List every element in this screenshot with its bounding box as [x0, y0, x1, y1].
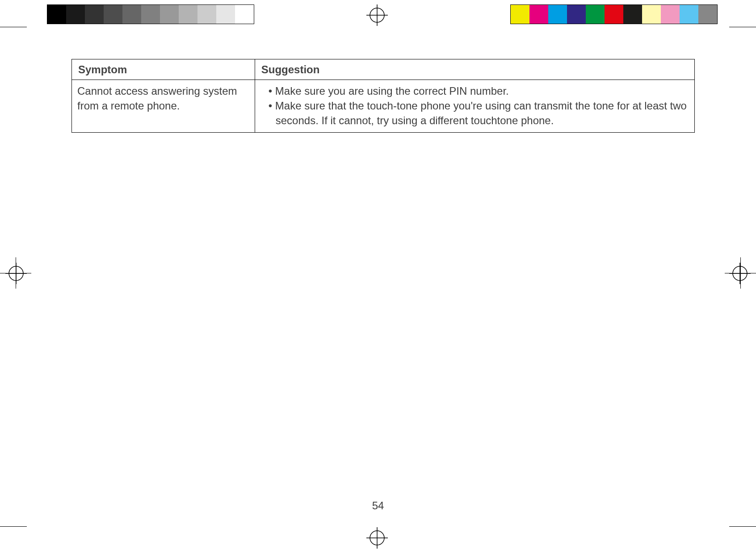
color-swatch	[586, 5, 605, 24]
color-swatch	[548, 5, 567, 24]
crop-mark	[729, 27, 756, 27]
header-symptom: Symptom	[72, 59, 255, 80]
suggestion-item: Make sure you are using the correct PIN …	[276, 84, 689, 98]
color-swatch	[623, 5, 642, 24]
grayscale-swatch	[141, 5, 160, 24]
registration-mark-icon	[366, 4, 388, 26]
color-swatch	[605, 5, 623, 24]
grayscale-swatch	[197, 5, 216, 24]
color-swatch	[567, 5, 586, 24]
grayscale-swatch	[179, 5, 197, 24]
table-row: Cannot access answering system from a re…	[72, 80, 695, 133]
color-calibration-bar	[510, 4, 718, 24]
registration-mark-icon	[5, 263, 27, 284]
page-number: 54	[0, 499, 756, 512]
color-swatch	[680, 5, 698, 24]
grayscale-swatch	[235, 5, 254, 24]
table-header-row: Symptom Suggestion	[72, 59, 695, 80]
grayscale-swatch	[122, 5, 141, 24]
crop-mark	[729, 27, 730, 27]
crop-mark	[729, 526, 756, 527]
color-swatch	[642, 5, 661, 24]
print-page: Symptom Suggestion Cannot access answeri…	[0, 0, 756, 554]
grayscale-swatch	[216, 5, 235, 24]
registration-mark-icon	[366, 527, 388, 549]
suggestion-cell: Make sure you are using the correct PIN …	[255, 80, 694, 133]
grayscale-swatch	[66, 5, 85, 24]
grayscale-swatch	[47, 5, 66, 24]
crop-mark	[0, 27, 27, 27]
color-swatch	[661, 5, 680, 24]
color-swatch	[511, 5, 529, 24]
grayscale-swatch	[104, 5, 122, 24]
crop-mark	[0, 526, 27, 527]
grayscale-calibration-bar	[47, 4, 254, 24]
registration-mark-icon	[729, 263, 751, 284]
suggestion-item: Make sure that the touch-tone phone you'…	[276, 98, 689, 128]
suggestion-list: Make sure you are using the correct PIN …	[260, 84, 689, 128]
color-swatch	[529, 5, 548, 24]
grayscale-swatch	[85, 5, 104, 24]
troubleshooting-table: Symptom Suggestion Cannot access answeri…	[71, 59, 695, 133]
color-swatch	[698, 5, 717, 24]
symptom-cell: Cannot access answering system from a re…	[72, 80, 255, 133]
grayscale-swatch	[160, 5, 179, 24]
header-suggestion: Suggestion	[255, 59, 694, 80]
